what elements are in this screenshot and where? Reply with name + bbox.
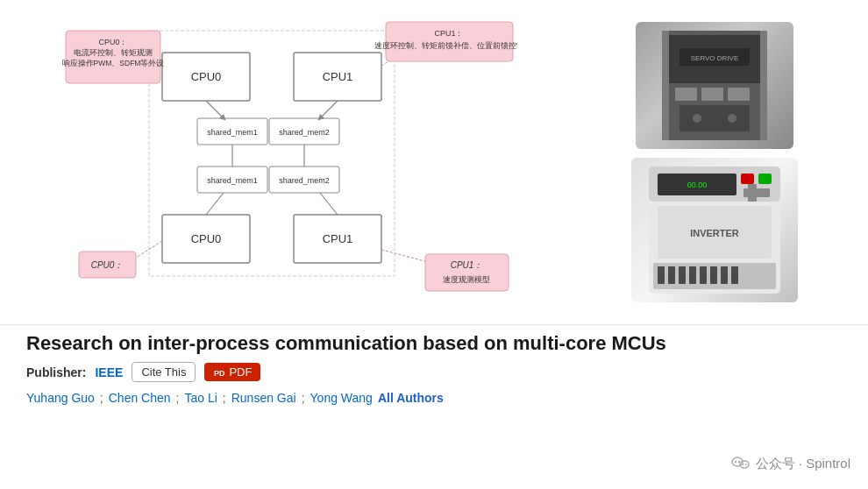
separator-4: ; xyxy=(302,391,305,405)
svg-text:INVERTER: INVERTER xyxy=(690,228,739,238)
svg-text:速度观测模型: 速度观测模型 xyxy=(443,275,490,284)
all-authors-button[interactable]: All Authors xyxy=(378,391,444,405)
separator-1: ; xyxy=(100,391,103,405)
svg-text:CPU1: CPU1 xyxy=(323,232,353,245)
svg-text:CPU0: CPU0 xyxy=(191,232,222,245)
svg-text:shared_mem2: shared_mem2 xyxy=(279,128,330,137)
svg-rect-45 xyxy=(728,88,750,101)
svg-point-76 xyxy=(742,464,743,465)
author-1[interactable]: Yuhang Guo xyxy=(26,391,95,405)
vfd-image: 00.00 xyxy=(631,158,798,302)
svg-text:CPU0: CPU0 xyxy=(191,70,222,83)
watermark: 公众号 · Spintrol xyxy=(731,454,850,473)
content-area: Research on inter-process communication … xyxy=(0,324,868,405)
separator-3: ; xyxy=(223,391,226,405)
page-container: CPU0 CPU1 shared_mem1 shared_mem2 shared… xyxy=(0,0,868,489)
svg-rect-60 xyxy=(658,266,665,284)
svg-text:CPU1：: CPU1： xyxy=(434,29,463,38)
svg-point-47 xyxy=(693,114,701,123)
svg-rect-61 xyxy=(668,266,675,284)
publisher-label: Publisher: xyxy=(26,365,86,379)
svg-rect-46 xyxy=(679,105,750,131)
cite-button[interactable]: Cite This xyxy=(132,362,196,382)
svg-rect-41 xyxy=(662,31,669,140)
svg-rect-58 xyxy=(748,184,757,202)
svg-point-48 xyxy=(728,114,736,123)
servo-drive-image: SERVO DRIVE xyxy=(636,22,793,149)
svg-text:SERVO DRIVE: SERVO DRIVE xyxy=(691,54,739,62)
architecture-diagram: CPU0 CPU1 shared_mem1 shared_mem2 shared… xyxy=(61,13,517,311)
svg-rect-56 xyxy=(758,174,772,184)
svg-rect-44 xyxy=(701,88,723,101)
authors-row: Yuhang Guo ; Chen Chen ; Tao Li ; Runsen… xyxy=(26,391,842,405)
image-area: CPU0 CPU1 shared_mem1 shared_mem2 shared… xyxy=(0,0,868,324)
svg-text:PDF: PDF xyxy=(214,369,225,378)
svg-point-74 xyxy=(737,461,739,463)
svg-rect-62 xyxy=(679,266,686,284)
author-5[interactable]: Yong Wang xyxy=(310,391,373,405)
svg-text:CPU1：: CPU1： xyxy=(451,260,483,270)
svg-text:CPU0：: CPU0： xyxy=(98,38,127,46)
diagram-container: CPU0 CPU1 shared_mem1 shared_mem2 shared… xyxy=(18,9,561,315)
svg-rect-64 xyxy=(700,266,707,284)
wechat-icon xyxy=(731,454,751,473)
pdf-icon: PDF xyxy=(213,366,225,379)
svg-text:00.00: 00.00 xyxy=(687,181,708,189)
svg-text:shared_mem1: shared_mem1 xyxy=(207,176,258,185)
pdf-label: PDF xyxy=(229,365,252,379)
svg-rect-55 xyxy=(741,174,754,184)
paper-title: Research on inter-process communication … xyxy=(26,332,842,355)
svg-point-77 xyxy=(745,464,747,465)
svg-rect-66 xyxy=(721,266,728,284)
svg-text:电流环控制、转矩观测: 电流环控制、转矩观测 xyxy=(74,48,153,57)
author-3[interactable]: Tao Li xyxy=(184,391,217,405)
photos-container: SERVO DRIVE 00.00 xyxy=(579,9,850,315)
meta-row: Publisher: IEEE Cite This PDF PDF xyxy=(26,362,842,382)
author-4[interactable]: Runsen Gai xyxy=(231,391,296,405)
publisher-name[interactable]: IEEE xyxy=(95,365,123,379)
svg-text:shared_mem2: shared_mem2 xyxy=(279,176,330,185)
svg-text:CPU0：: CPU0： xyxy=(91,260,124,270)
svg-text:shared_mem1: shared_mem1 xyxy=(207,128,258,137)
svg-rect-43 xyxy=(675,88,697,101)
svg-rect-63 xyxy=(689,266,696,284)
svg-point-73 xyxy=(734,461,736,463)
watermark-text: 公众号 · Spintrol xyxy=(756,456,850,472)
pdf-button[interactable]: PDF PDF xyxy=(204,363,260,381)
author-2[interactable]: Chen Chen xyxy=(109,391,171,405)
separator-2: ; xyxy=(176,391,180,405)
svg-rect-42 xyxy=(760,31,767,140)
svg-text:响应操作PWM、SDFM等外设: 响应操作PWM、SDFM等外设 xyxy=(62,59,165,67)
svg-text:速度环控制、转矩前馈补偿、位置前馈控制: 速度环控制、转矩前馈补偿、位置前馈控制 xyxy=(374,41,518,50)
svg-rect-67 xyxy=(731,266,738,284)
svg-rect-65 xyxy=(710,266,717,284)
svg-text:CPU1: CPU1 xyxy=(323,70,353,83)
